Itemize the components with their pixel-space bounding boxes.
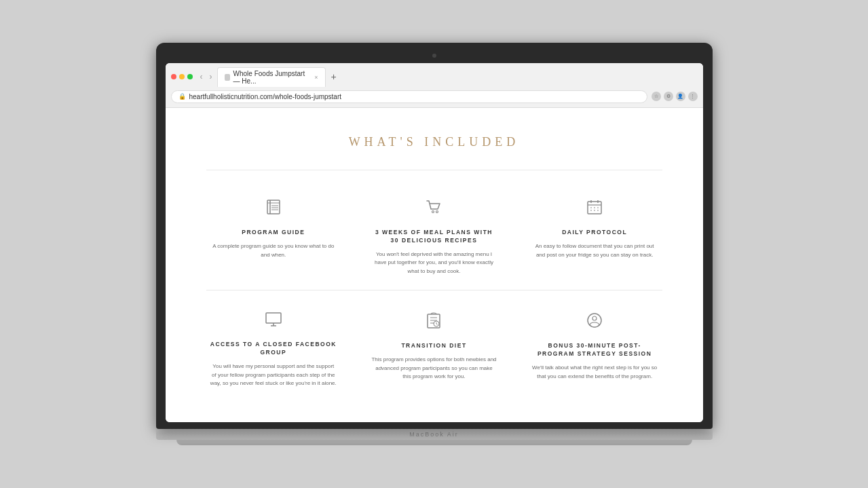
feature-desc-2: An easy to follow document that you can … (531, 242, 658, 260)
address-bar[interactable]: 🔒 heartfullholisticnutrition.com/whole-f… (171, 90, 647, 103)
section-title: WHAT'S INCLUDED (179, 135, 690, 149)
bookmark-icon[interactable]: ☆ (652, 92, 661, 101)
page-content: WHAT'S INCLUDED (166, 108, 703, 422)
svg-line-27 (436, 324, 438, 325)
laptop-container: ‹ › Whole Foods Jumpstart — He... × + 🔒 … (156, 43, 713, 445)
svg-point-6 (432, 210, 434, 212)
address-bar-row: 🔒 heartfullholisticnutrition.com/whole-f… (171, 90, 698, 103)
feature-desc-1: You won't feel deprived with the amazing… (371, 250, 497, 276)
feature-desc-0: A complete program guide so you know wha… (210, 242, 337, 260)
back-button[interactable]: ‹ (198, 71, 205, 82)
svg-rect-0 (267, 200, 280, 214)
divider-mid (206, 290, 662, 290)
browser-tab[interactable]: Whole Foods Jumpstart — He... × (217, 67, 326, 87)
feature-desc-3: You will have my personal support and th… (210, 362, 337, 388)
tab-close-icon[interactable]: × (314, 74, 318, 81)
feature-transition-diet: TRANSITION DIET This program provides op… (364, 304, 504, 395)
svg-point-7 (436, 210, 438, 212)
close-button[interactable] (171, 74, 176, 79)
forward-button[interactable]: › (208, 71, 214, 82)
secure-icon: 🔒 (178, 93, 186, 100)
person-circle-icon (531, 311, 658, 333)
feature-title-5: BONUS 30-MINUTE POST-PROGRAM STRATEGY SE… (531, 342, 658, 358)
monitor-icon (210, 311, 337, 331)
minimize-button[interactable] (179, 74, 185, 79)
feature-title-4: TRANSITION DIET (371, 342, 497, 350)
feature-facebook: ACCESS TO A CLOSED FACEBOOK GROUP You wi… (204, 304, 344, 395)
camera (432, 54, 436, 58)
feature-title-1: 3 WEEKS OF MEAL PLANS WITH 30 DELICIOUS … (371, 229, 497, 245)
feature-title-3: ACCESS TO A CLOSED FACEBOOK GROUP (210, 341, 337, 357)
calendar-icon (531, 198, 658, 219)
book-icon (210, 198, 337, 219)
cart-icon (371, 198, 497, 219)
tab-bar: ‹ › Whole Foods Jumpstart — He... × + (171, 67, 698, 87)
feature-title-2: DAILY PROTOCOL (531, 229, 658, 237)
feature-strategy: BONUS 30-MINUTE POST-PROGRAM STRATEGY SE… (525, 304, 665, 395)
laptop-bottom (176, 440, 692, 445)
extensions-icon[interactable]: ⚙ (664, 92, 673, 101)
clipboard-icon (371, 311, 497, 333)
svg-rect-18 (266, 313, 281, 323)
browser-icons: ☆ ⚙ 👤 ⋮ (652, 92, 698, 101)
profile-icon[interactable]: 👤 (676, 92, 685, 101)
new-tab-button[interactable]: + (328, 71, 339, 82)
divider-top (206, 170, 662, 170)
features-grid-2: ACCESS TO A CLOSED FACEBOOK GROUP You wi… (204, 304, 665, 395)
nav-buttons: ‹ › (198, 71, 214, 82)
feature-meal-plans: 3 WEEKS OF MEAL PLANS WITH 30 DELICIOUS … (364, 191, 504, 283)
feature-desc-5: We'll talk about what the right next ste… (531, 364, 658, 381)
tab-favicon (225, 74, 230, 81)
svg-point-29 (592, 316, 597, 320)
laptop-base: MacBook Air (156, 429, 713, 440)
traffic-lights (171, 74, 193, 79)
feature-daily-protocol: DAILY PROTOCOL An easy to follow documen… (525, 191, 665, 283)
menu-icon[interactable]: ⋮ (688, 92, 698, 101)
feature-program-guide: PROGRAM GUIDE A complete program guide s… (204, 191, 344, 283)
screen-bezel: ‹ › Whole Foods Jumpstart — He... × + 🔒 … (156, 43, 713, 429)
browser-window: ‹ › Whole Foods Jumpstart — He... × + 🔒 … (166, 63, 703, 422)
feature-title-0: PROGRAM GUIDE (210, 229, 337, 237)
url-text: heartfullholisticnutrition.com/whole-foo… (189, 93, 342, 100)
feature-desc-4: This program provides options for both n… (371, 356, 497, 381)
browser-chrome: ‹ › Whole Foods Jumpstart — He... × + 🔒 … (166, 63, 703, 108)
features-grid: PROGRAM GUIDE A complete program guide s… (204, 191, 665, 283)
laptop-brand-label: MacBook Air (409, 431, 459, 438)
tab-title: Whole Foods Jumpstart — He... (233, 70, 312, 85)
maximize-button[interactable] (187, 74, 193, 79)
